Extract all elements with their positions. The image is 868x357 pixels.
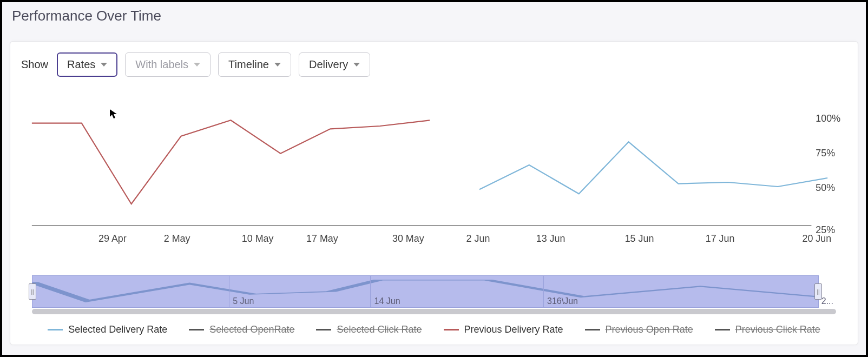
x-tick: 17 Jun [706,233,735,244]
x-tick: 2 Jun [466,233,490,244]
y-tick: 100% [816,113,840,124]
line-chart[interactable]: 100% 75% 50% 25% 29 Apr 2 May 10 May 17 … [21,96,847,263]
legend: Selected Delivery Rate Selected OpenRate… [10,324,858,335]
legend-selected-click[interactable]: Selected Click Rate [316,324,422,335]
brush-handle-right[interactable]: || [814,283,822,300]
legend-label: Selected Delivery Rate [68,324,167,335]
legend-label: Previous Open Rate [606,324,693,335]
legend-previous-open[interactable]: Previous Open Rate [585,324,693,335]
x-tick: 2 May [164,233,190,244]
legend-label: Selected Click Rate [337,324,422,335]
series-selected-delivery [479,142,827,194]
rates-dropdown-label: Rates [67,58,95,71]
x-tick: 15 Jun [625,233,654,244]
brush-selection[interactable]: 5 Jun 14 Jun 316\Jun 2... [32,275,819,308]
page-title: Performance Over Time [2,2,866,28]
chevron-down-icon [101,63,107,67]
legend-swatch [444,329,459,330]
time-brush[interactable]: 5 Jun 14 Jun 316\Jun 2... || || [32,275,836,308]
y-tick: 75% [816,148,835,158]
brush-track[interactable] [32,309,836,314]
legend-swatch [316,329,331,330]
chevron-down-icon [353,63,360,67]
brush-tick: 5 Jun [233,296,254,306]
delivery-dropdown[interactable]: Delivery [299,52,370,77]
legend-swatch [585,329,600,330]
rates-dropdown[interactable]: Rates [57,52,117,77]
chevron-down-icon [194,63,200,67]
y-tick: 50% [816,182,835,193]
brush-mini-chart [32,276,818,307]
brush-handle-left[interactable]: || [29,283,36,300]
legend-label: Previous Delivery Rate [464,324,563,335]
series-previous-delivery [32,120,430,204]
show-label: Show [21,58,48,71]
legend-label: Previous Click Rate [735,324,820,335]
chart-panel: Show Rates With labels Timeline Delivery [10,41,858,345]
x-tick: 17 May [306,233,338,244]
brush-tick: 14 Jun [374,296,400,306]
brush-tick: 316\Jun [547,296,578,306]
x-tick: 30 May [392,233,424,244]
x-tick: 13 Jun [536,233,565,244]
timeline-dropdown-label: Timeline [228,58,269,71]
with-labels-dropdown-label: With labels [135,58,188,71]
chart-area: 100% 75% 50% 25% 29 Apr 2 May 10 May 17 … [21,96,847,263]
x-tick: 10 May [242,233,274,244]
legend-swatch [48,329,63,330]
x-tick: 20 Jun [803,233,832,244]
delivery-dropdown-label: Delivery [309,58,348,71]
legend-swatch [715,329,730,330]
chevron-down-icon [274,63,281,67]
legend-selected-delivery[interactable]: Selected Delivery Rate [48,324,167,335]
timeline-dropdown[interactable]: Timeline [218,52,291,77]
toolbar: Show Rates With labels Timeline Delivery [10,42,858,82]
with-labels-dropdown[interactable]: With labels [125,52,211,77]
brush-tick: 2... [821,296,833,306]
legend-swatch [189,329,204,330]
x-tick: 29 Apr [98,233,127,244]
legend-previous-click[interactable]: Previous Click Rate [715,324,820,335]
legend-label: Selected OpenRate [209,324,294,335]
legend-selected-open[interactable]: Selected OpenRate [189,324,294,335]
legend-previous-delivery[interactable]: Previous Delivery Rate [444,324,563,335]
app-frame: Performance Over Time Show Rates With la… [0,0,868,357]
